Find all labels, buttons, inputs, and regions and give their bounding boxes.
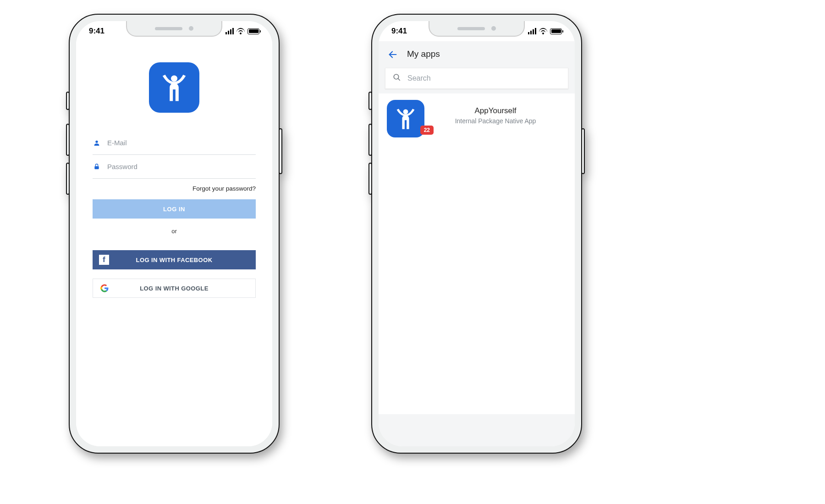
search-box[interactable] <box>385 68 568 89</box>
google-button-label: LOG IN WITH GOOGLE <box>140 285 208 292</box>
search-icon <box>393 73 401 83</box>
app-item-icon: 22 <box>387 100 424 137</box>
email-field-row <box>93 131 256 155</box>
phone-myapps: 9:41 My apps <box>371 14 582 454</box>
battery-icon <box>248 28 259 34</box>
facebook-login-button[interactable]: f LOG IN WITH FACEBOOK <box>93 250 256 269</box>
app-item-name: AppYourself <box>424 106 566 115</box>
signal-icon <box>528 28 536 34</box>
wifi-icon <box>236 28 245 34</box>
svg-point-6 <box>403 109 408 114</box>
myapps-screen: My apps <box>379 41 575 446</box>
person-arms-up-icon <box>158 71 190 104</box>
svg-point-0 <box>171 75 177 82</box>
svg-point-1 <box>95 140 98 142</box>
battery-icon <box>550 28 562 34</box>
app-bar: My apps <box>379 41 575 67</box>
facebook-icon: f <box>99 255 109 265</box>
notch <box>126 21 222 37</box>
forgot-password-link[interactable]: Forgot your password? <box>93 179 256 199</box>
phone-login: 9:41 <box>69 14 280 454</box>
person-arms-up-icon <box>393 106 418 131</box>
app-list-item[interactable]: 22 AppYourself Internal Package Native A… <box>387 100 566 137</box>
back-button[interactable] <box>388 49 397 59</box>
person-icon <box>93 139 101 147</box>
app-item-subtitle: Internal Package Native App <box>424 117 566 125</box>
svg-line-5 <box>398 78 400 81</box>
page-title: My apps <box>407 49 440 59</box>
arrow-left-icon <box>388 49 398 60</box>
svg-point-4 <box>394 74 399 79</box>
notch <box>429 21 525 37</box>
wifi-icon <box>539 28 547 34</box>
email-input[interactable] <box>107 139 256 147</box>
app-logo <box>149 62 199 113</box>
search-input[interactable] <box>407 74 561 82</box>
status-time: 9:41 <box>391 27 407 36</box>
google-icon <box>99 283 110 293</box>
apps-list: 22 AppYourself Internal Package Native A… <box>379 93 575 414</box>
login-screen: Forgot your password? LOG IN or f LOG IN… <box>76 41 272 446</box>
or-divider: or <box>93 219 256 250</box>
password-field-row <box>93 155 256 179</box>
signal-icon <box>226 28 234 34</box>
status-time: 9:41 <box>89 27 104 36</box>
lock-icon <box>93 163 101 170</box>
login-button[interactable]: LOG IN <box>93 199 256 219</box>
notification-badge: 22 <box>420 126 434 135</box>
svg-rect-2 <box>94 166 99 169</box>
login-button-label: LOG IN <box>163 206 185 213</box>
google-login-button[interactable]: LOG IN WITH GOOGLE <box>93 279 256 298</box>
facebook-button-label: LOG IN WITH FACEBOOK <box>136 257 213 263</box>
password-input[interactable] <box>107 163 256 170</box>
